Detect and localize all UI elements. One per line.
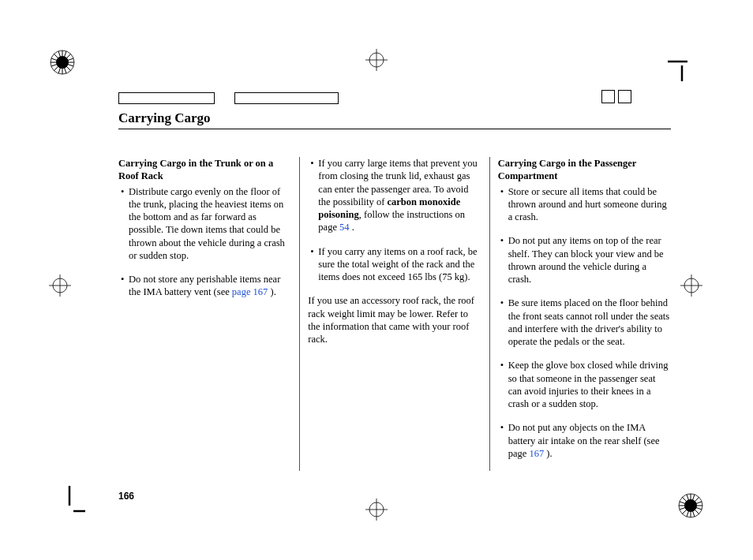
right-heading: Carrying Cargo in the Passenger Compartm… xyxy=(498,157,671,183)
svg-line-13 xyxy=(682,497,699,514)
left-item-2-post: ). xyxy=(268,286,275,297)
svg-line-5 xyxy=(58,51,66,73)
reg-mark-crosshair-left xyxy=(49,274,71,297)
left-item-1: Distribute cargo evenly on the floor of … xyxy=(118,185,291,263)
left-list: Distribute cargo evenly on the floor of … xyxy=(118,185,291,299)
link-page-167-a[interactable]: page 167 xyxy=(232,286,268,297)
right-list: Store or secure all items that could be … xyxy=(498,185,671,461)
middle-item-2: If you carry any items on a roof rack, b… xyxy=(308,245,481,284)
reg-mark-starburst-top-left xyxy=(49,49,76,76)
svg-line-7 xyxy=(51,58,73,66)
left-item-2: Do not store any perishable items near t… xyxy=(118,273,291,299)
right-item-3: Be sure items placed on the floor behind… xyxy=(498,297,671,348)
svg-line-6 xyxy=(58,51,66,73)
reg-mark-starburst-bottom-right xyxy=(677,492,704,519)
reg-mark-crosshair-right xyxy=(680,274,702,297)
right-item-4: Keep the glove box closed while driving … xyxy=(498,359,671,410)
left-heading: Carrying Cargo in the Trunk or on a Roof… xyxy=(118,157,291,183)
svg-line-15 xyxy=(687,495,695,517)
svg-point-19 xyxy=(684,499,697,512)
page-title: Carrying Cargo xyxy=(118,110,671,129)
page-number: 166 xyxy=(118,491,134,502)
svg-line-18 xyxy=(680,502,702,510)
reg-mark-box-a xyxy=(601,90,615,103)
svg-line-3 xyxy=(54,54,71,71)
page-body: Carrying Cargo Carrying Cargo in the Tru… xyxy=(118,110,671,471)
middle-para: If you use an accessory roof rack, the r… xyxy=(308,294,481,345)
svg-point-26 xyxy=(53,278,67,293)
svg-line-16 xyxy=(687,495,695,517)
right-item-5-post: ). xyxy=(544,448,552,459)
reg-mark-crosshair-bottom xyxy=(365,498,388,521)
column-right: Carrying Cargo in the Passenger Compartm… xyxy=(490,157,671,471)
header-field-2 xyxy=(234,92,339,104)
link-page-167-b[interactable]: 167 xyxy=(529,448,544,459)
svg-line-17 xyxy=(680,502,702,510)
middle-list: If you carry large items that prevent yo… xyxy=(308,157,481,283)
right-item-5: Do not put any objects on the IMA batter… xyxy=(498,421,671,460)
column-middle: If you carry large items that prevent yo… xyxy=(300,157,489,471)
middle-item-1-post: . xyxy=(350,222,354,233)
svg-point-23 xyxy=(369,502,384,517)
reg-mark-crop-top-right xyxy=(668,46,707,81)
svg-line-4 xyxy=(54,54,71,71)
svg-line-14 xyxy=(682,497,699,514)
svg-point-9 xyxy=(56,56,69,69)
svg-point-0 xyxy=(51,50,74,74)
right-item-2: Do not put any items on top of the rear … xyxy=(498,234,671,286)
right-item-1: Store or secure all items that could be … xyxy=(498,185,671,224)
content-columns: Carrying Cargo in the Trunk or on a Roof… xyxy=(118,157,671,471)
reg-mark-crop-bottom-left xyxy=(46,486,85,525)
column-left: Carrying Cargo in the Trunk or on a Roof… xyxy=(118,157,300,471)
header-field-1 xyxy=(118,92,215,104)
reg-mark-crosshair-top xyxy=(365,49,388,71)
link-page-54[interactable]: 54 xyxy=(339,222,350,233)
reg-mark-box-b xyxy=(618,90,631,103)
svg-point-29 xyxy=(684,278,699,293)
svg-point-10 xyxy=(679,494,702,517)
svg-point-20 xyxy=(369,53,384,67)
svg-line-8 xyxy=(51,58,73,66)
middle-item-1: If you carry large items that prevent yo… xyxy=(308,157,481,234)
